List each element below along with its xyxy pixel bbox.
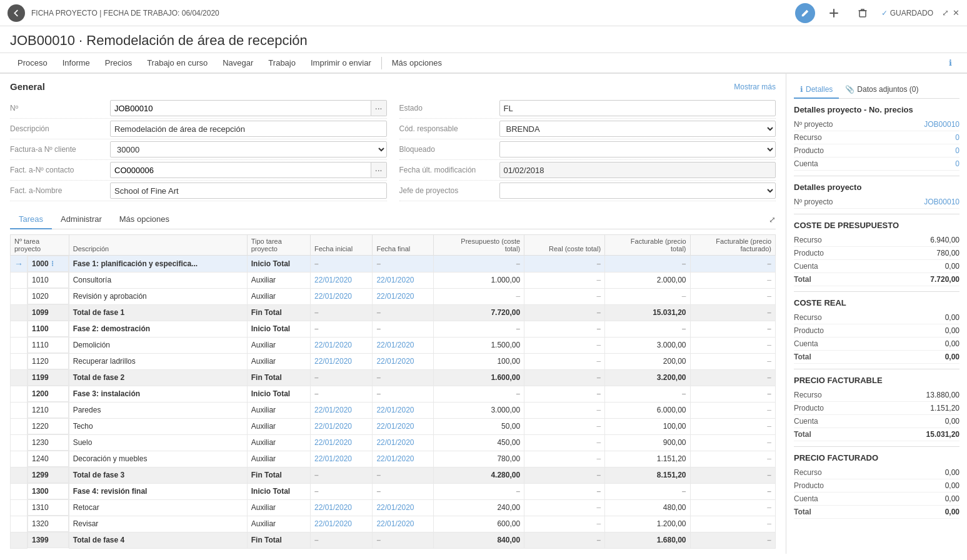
row-fact: 100,00: [605, 418, 690, 434]
row-desc: Revisión y aprobación: [69, 288, 247, 304]
rp-row-value: 0,00: [945, 481, 959, 490]
row-desc: Retocar: [69, 499, 247, 516]
row-pres: 4.280,00: [434, 467, 524, 483]
table-row[interactable]: 1399 Total de fase 4 Fin Total – – 840,0…: [11, 532, 776, 548]
numero-input[interactable]: [110, 100, 371, 116]
tab-mas-opciones[interactable]: Más opciones: [111, 210, 178, 229]
table-row[interactable]: 1240 Decoración y muebles Auxiliar 22/01…: [11, 451, 776, 467]
rp-row-value[interactable]: 0: [955, 133, 959, 142]
nav-more[interactable]: Más opciones: [384, 53, 449, 72]
section-header: General Mostrar más: [10, 81, 776, 92]
nav-navegar[interactable]: Navegar: [215, 53, 261, 74]
row-arrow: [11, 499, 28, 516]
rp-row-value[interactable]: 0: [955, 146, 959, 155]
table-row[interactable]: 1020 Revisión y aprobación Auxiliar 22/0…: [11, 288, 776, 304]
rp-tab-detalles[interactable]: ℹ Detalles: [794, 81, 839, 99]
table-row[interactable]: 1310 Retocar Auxiliar 22/01/2020 22/01/2…: [11, 499, 776, 516]
rp-row-value[interactable]: JOB00010: [924, 120, 959, 129]
row-fi: –: [310, 304, 372, 321]
main-layout: General Mostrar más Nº ··· Descripción: [0, 74, 967, 554]
row-pres: –: [434, 256, 524, 272]
table-row[interactable]: 1110 Demolición Auxiliar 22/01/2020 22/0…: [11, 337, 776, 353]
edit-button[interactable]: [795, 3, 815, 23]
nav-informe[interactable]: Informe: [55, 53, 98, 74]
tab-administrar[interactable]: Administrar: [52, 210, 111, 229]
nav-trabajo-curso[interactable]: Trabajo en curso: [139, 53, 215, 74]
row-tipo: Inicio Total: [247, 321, 310, 337]
row-factf: –: [690, 321, 775, 337]
row-factf: –: [690, 434, 775, 451]
table-row[interactable]: 1010 Consultoría Auxiliar 22/01/2020 22/…: [11, 272, 776, 288]
table-row[interactable]: 1300 Fase 4: revisión final Inicio Total…: [11, 483, 776, 499]
rp-proyecto-value[interactable]: JOB00010: [924, 198, 959, 206]
add-button[interactable]: [824, 3, 844, 23]
table-row[interactable]: 1099 Total de fase 1 Fin Total – – 7.720…: [11, 304, 776, 321]
responsable-select[interactable]: BRENDA: [499, 121, 776, 137]
row-menu[interactable]: ⁝: [51, 259, 54, 268]
nav-proceso[interactable]: Proceso: [10, 53, 55, 74]
estado-input[interactable]: [499, 100, 776, 116]
jefe-select[interactable]: [499, 182, 776, 199]
row-desc: Decoración y muebles: [69, 451, 247, 467]
table-row[interactable]: 1200 Fase 3: instalación Inicio Total – …: [11, 386, 776, 402]
row-arrow: [11, 272, 28, 288]
table-row[interactable]: → 1000 ⁝ Fase 1: planificación y especif…: [11, 256, 776, 272]
row-real: –: [524, 516, 605, 532]
rp-detail-row: Nº proyecto JOB00010: [794, 118, 959, 131]
row-real: –: [524, 499, 605, 516]
row-tipo: Inicio Total: [247, 386, 310, 402]
row-id: 1220: [28, 418, 69, 434]
row-fi: –: [310, 321, 372, 337]
form-row-desc: Descripción: [10, 119, 387, 139]
row-fact: 900,00: [605, 434, 690, 451]
table-row[interactable]: 1100 Fase 2: demostración Inicio Total –…: [11, 321, 776, 337]
row-pres: –: [434, 321, 524, 337]
row-fi: 22/01/2020: [310, 402, 372, 418]
table-row[interactable]: 1120 Recuperar ladrillos Auxiliar 22/01/…: [11, 353, 776, 369]
nav-imprimir[interactable]: Imprimir o enviar: [303, 53, 379, 74]
row-arrow: [11, 532, 28, 548]
table-row[interactable]: 1210 Paredes Auxiliar 22/01/2020 22/01/2…: [11, 402, 776, 418]
info-icon[interactable]: ℹ: [944, 53, 957, 72]
rp-coste-pres-rows: Recurso 6.940,00 Producto 780,00 Cuenta …: [794, 234, 959, 286]
row-tipo: Auxiliar: [247, 402, 310, 418]
table-row[interactable]: 1220 Techo Auxiliar 22/01/2020 22/01/202…: [11, 418, 776, 434]
row-real: –: [524, 532, 605, 548]
nav-trabajo[interactable]: Trabajo: [261, 53, 303, 74]
tab-tareas[interactable]: Tareas: [10, 210, 52, 229]
contacto-dots-btn[interactable]: ···: [371, 162, 387, 178]
label-nombre: Fact. a-Nombre: [10, 186, 110, 195]
table-row[interactable]: 1199 Total de fase 2 Fin Total – – 1.600…: [11, 369, 776, 386]
rp-detail-row: Recurso 0,00: [794, 466, 959, 479]
row-tipo: Inicio Total: [247, 256, 310, 272]
row-fact: 1.200,00: [605, 516, 690, 532]
rp-row-value[interactable]: 0: [955, 159, 959, 168]
row-factf: –: [690, 499, 775, 516]
contacto-input[interactable]: [110, 162, 371, 178]
delete-button[interactable]: [853, 3, 873, 23]
desc-input[interactable]: [110, 121, 387, 137]
restore-button[interactable]: ⤢: [942, 8, 949, 18]
rp-tab-adjuntos[interactable]: 📎 Datos adjuntos (0): [839, 81, 924, 99]
row-factf: –: [690, 256, 775, 272]
row-factf: –: [690, 402, 775, 418]
rp-title-coste-real: COSTE REAL: [794, 298, 959, 308]
tasks-table: Nº tareaproyecto Descripción Tipo tareap…: [10, 234, 776, 549]
row-arrow: [11, 434, 28, 451]
close-button[interactable]: ✕: [953, 8, 959, 18]
nombre-input[interactable]: [110, 182, 387, 199]
row-factf: –: [690, 532, 775, 548]
table-row[interactable]: 1299 Total de fase 3 Fin Total – – 4.280…: [11, 467, 776, 483]
show-more[interactable]: Mostrar más: [734, 82, 776, 91]
th-real: Real (coste total): [524, 235, 605, 256]
cliente-select[interactable]: 30000: [110, 141, 387, 158]
row-factf: –: [690, 451, 775, 467]
table-row[interactable]: 1230 Suelo Auxiliar 22/01/2020 22/01/202…: [11, 434, 776, 451]
nav-precios[interactable]: Precios: [98, 53, 139, 74]
numero-dots-btn[interactable]: ···: [371, 100, 387, 116]
table-row[interactable]: 1320 Revisar Auxiliar 22/01/2020 22/01/2…: [11, 516, 776, 532]
back-button[interactable]: [8, 4, 25, 22]
bloqueado-select[interactable]: [499, 141, 776, 158]
top-bar: FICHA PROYECTO | FECHA DE TRABAJO: 06/04…: [0, 0, 967, 26]
tab-expand-icon[interactable]: ⤢: [769, 215, 776, 224]
